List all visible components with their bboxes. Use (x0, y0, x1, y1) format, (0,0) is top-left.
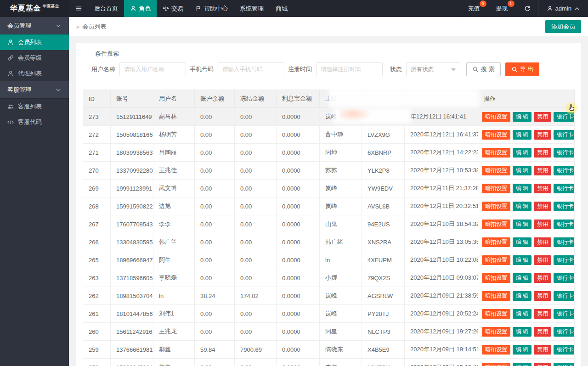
nav-item[interactable]: 交易 (157, 0, 189, 17)
action-button-teal[interactable]: 编 辑 (513, 255, 531, 265)
recharge-link[interactable]: 充值 0 (460, 0, 488, 17)
action-button-red[interactable]: 禁用 (534, 237, 551, 247)
action-button-teal[interactable]: 银行卡信息 (554, 327, 574, 337)
action-button-orange[interactable]: 暗扣设置 (482, 255, 510, 265)
action-button-red[interactable]: 禁用 (534, 148, 551, 158)
nav-item[interactable]: 商城 (270, 0, 294, 17)
action-button-teal[interactable]: 银行卡信息 (554, 112, 574, 122)
action-button-teal[interactable]: 银行卡信息 (554, 345, 574, 355)
action-button-red[interactable]: 禁用 (534, 184, 551, 193)
regtime-input[interactable] (316, 62, 383, 76)
action-button-teal[interactable]: 编 辑 (513, 309, 531, 319)
action-button-orange[interactable]: 暗扣设置 (482, 363, 510, 366)
hamburger-menu-icon[interactable] (69, 0, 88, 17)
status-select[interactable]: 所有状态 (406, 62, 460, 76)
action-button-teal[interactable]: 银行卡信息 (554, 220, 574, 229)
action-button-orange[interactable]: 暗扣设置 (482, 202, 510, 211)
phone-input[interactable] (218, 62, 284, 76)
action-button-teal[interactable]: 编 辑 (513, 184, 531, 193)
cell-code: X4B5E9 (362, 341, 405, 359)
code-icon (7, 119, 14, 125)
table-row: 26613304830595韩广兰0.000.000.0000韩广绪XNS2RA… (83, 233, 575, 251)
action-button-teal[interactable]: 编 辑 (513, 273, 531, 283)
action-button-red[interactable]: 禁用 (534, 220, 551, 229)
action-button-teal[interactable]: 银行卡信息 (554, 237, 574, 247)
action-button-orange[interactable]: 暗扣设置 (482, 112, 510, 122)
cell-username: 李李 (153, 215, 195, 233)
action-button-teal[interactable]: 编 辑 (513, 237, 531, 247)
action-button-red[interactable]: 禁用 (534, 327, 551, 337)
cell-date: 2020年12月11日 20:32:51 (405, 197, 478, 215)
action-button-teal[interactable]: 编 辑 (513, 327, 531, 337)
action-button-teal[interactable]: 编 辑 (513, 202, 531, 211)
action-button-orange[interactable]: 暗扣设置 (482, 309, 510, 319)
action-button-orange[interactable]: 暗扣设置 (482, 291, 510, 301)
action-button-red[interactable]: 禁用 (534, 255, 551, 265)
action-button-teal[interactable]: 编 辑 (513, 166, 531, 175)
sidebar-item[interactable]: 会员等级 (0, 50, 69, 66)
action-button-red[interactable]: 禁用 (534, 202, 551, 211)
action-button-red[interactable]: 禁用 (534, 291, 551, 301)
action-button-orange[interactable]: 暗扣设置 (482, 345, 510, 355)
action-button-orange[interactable]: 暗扣设置 (482, 237, 510, 247)
sidebar-item[interactable]: 客服代码 (0, 114, 69, 130)
refresh-button[interactable] (516, 0, 538, 17)
nav-item[interactable]: 帮助中心 (189, 0, 234, 17)
action-button-teal[interactable]: 银行卡信息 (554, 255, 574, 265)
action-button-teal[interactable]: 银行卡信息 (554, 363, 574, 366)
cell-interest: 0.0000 (277, 197, 320, 215)
action-button-red[interactable]: 禁用 (534, 273, 551, 283)
action-button-red[interactable]: 禁用 (534, 130, 551, 140)
action-button-teal[interactable]: 银行卡信息 (554, 130, 574, 140)
column-header: 账号 (111, 90, 153, 108)
nav-item[interactable]: 后台首页 (88, 0, 124, 17)
action-button-orange[interactable]: 暗扣设置 (482, 273, 510, 283)
action-button-teal[interactable]: 编 辑 (513, 148, 531, 158)
action-button-red[interactable]: 禁用 (534, 309, 551, 319)
cell-id: 271 (83, 144, 111, 162)
action-button-teal[interactable]: 银行卡信息 (554, 148, 574, 158)
action-button-red[interactable]: 禁用 (534, 363, 551, 366)
action-button-teal[interactable]: 编 辑 (513, 130, 531, 140)
sidebar-group-header[interactable]: 会员管理 (0, 17, 69, 34)
cell-code: 79QX2S (362, 269, 405, 287)
cell-id: 258 (83, 359, 111, 366)
cell-parent: ln (320, 251, 362, 269)
action-button-red[interactable]: 禁用 (534, 112, 551, 122)
sidebar-group-header[interactable]: 客服管理 (0, 81, 69, 99)
cell-frozen: 0.00 (235, 359, 277, 366)
export-button-label: 导 出 (520, 65, 534, 73)
action-button-teal[interactable]: 银行卡信息 (554, 273, 574, 283)
action-button-teal[interactable]: 银行卡信息 (554, 166, 574, 175)
table-row: 27215050818166杨明芳0.000.000.0000曹中静LVZX9G… (83, 126, 575, 144)
action-button-orange[interactable]: 暗扣设置 (482, 327, 510, 337)
action-button-teal[interactable]: 银行卡信息 (554, 309, 574, 319)
action-button-red[interactable]: 禁用 (534, 166, 551, 175)
search-button[interactable]: 搜 索 (466, 62, 501, 76)
action-button-orange[interactable]: 暗扣设置 (482, 184, 510, 193)
action-button-teal[interactable]: 编 辑 (513, 220, 531, 229)
sidebar-item[interactable]: 会员列表 (0, 34, 69, 50)
withdraw-link[interactable]: 提现 1 (488, 0, 516, 17)
user-menu[interactable]: admin (538, 0, 588, 17)
action-button-teal[interactable]: 银行卡信息 (554, 291, 574, 301)
action-button-teal[interactable]: 编 辑 (513, 112, 531, 122)
export-button[interactable]: 导 出 (505, 62, 540, 76)
action-button-teal[interactable]: 编 辑 (513, 291, 531, 301)
action-button-orange[interactable]: 暗扣设置 (482, 148, 510, 158)
action-button-teal[interactable]: 银行卡信息 (554, 184, 574, 193)
sidebar-item[interactable]: 代理列表 (0, 66, 69, 81)
action-button-teal[interactable]: 编 辑 (513, 345, 531, 355)
action-button-orange[interactable]: 暗扣设置 (482, 130, 510, 140)
nav-item[interactable]: 系统管理 (234, 0, 270, 17)
nav-item[interactable]: 角色 (124, 0, 157, 17)
brand-logo[interactable]: 华夏基金 华夏基金 (0, 0, 69, 17)
add-member-button[interactable]: 添加会员 (545, 20, 581, 33)
action-button-teal[interactable]: 编 辑 (513, 363, 531, 366)
action-button-orange[interactable]: 暗扣设置 (482, 166, 510, 175)
action-button-teal[interactable]: 银行卡信息 (554, 202, 574, 211)
action-button-red[interactable]: 禁用 (534, 345, 551, 355)
sidebar-item[interactable]: 客服列表 (0, 99, 69, 114)
action-button-orange[interactable]: 暗扣设置 (482, 220, 510, 229)
username-input[interactable] (119, 62, 186, 76)
